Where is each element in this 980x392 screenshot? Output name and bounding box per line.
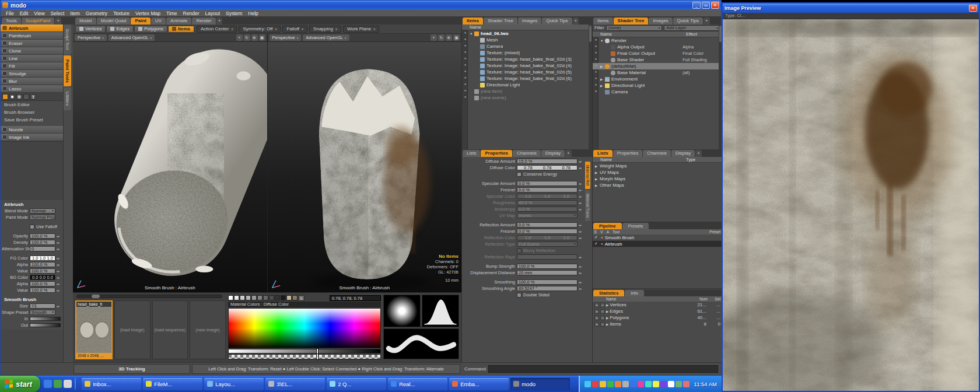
panel-tab[interactable]: Lists <box>463 150 480 157</box>
item-row[interactable]: ● (new item) <box>462 88 589 94</box>
panel-tab[interactable]: Quick Tips <box>542 18 572 24</box>
visibility-eye-icon[interactable]: ● <box>593 83 598 86</box>
checkbox[interactable] <box>517 249 522 253</box>
tool-link[interactable]: Brush Browser <box>1 108 63 116</box>
presets-tab[interactable]: Presets <box>622 223 649 229</box>
color-value-field[interactable]: 0.00.00.0 <box>30 275 55 280</box>
taskbar-window-button[interactable]: Emba... <box>449 378 509 390</box>
item-row[interactable]: ● Texture: Image: head_bake_final_02d (5… <box>462 69 589 75</box>
layout-tab[interactable]: + <box>216 18 223 24</box>
maximize-viewport-icon[interactable]: ▣ <box>259 34 265 41</box>
pipeline-row[interactable]: ✓ ● Airbrush <box>593 241 722 247</box>
panel-tab[interactable]: Channels <box>643 150 671 157</box>
toolbar-dropdown[interactable]: Snapping▾ <box>309 26 341 33</box>
dropdown[interactable]: Normal▾ <box>30 208 55 214</box>
statistics-row[interactable]: + − ▶ Vertices 21... ... <box>593 302 722 308</box>
viewport-canvas[interactable]: No Items Channels: 0Deformers: OFFGL: 42… <box>268 42 462 292</box>
expander-icon[interactable]: ▶ <box>595 164 600 168</box>
text-tool-icon[interactable]: T <box>30 94 36 100</box>
value-field[interactable]: 0.0 % <box>517 206 578 212</box>
tray-icon[interactable] <box>600 381 606 387</box>
visibility-eye-icon[interactable]: ● <box>593 57 598 61</box>
spinner-icon[interactable]: ◂▸ <box>55 240 61 244</box>
value-field[interactable]: 100.0 % <box>30 262 55 267</box>
spinner-icon[interactable]: ◂▸ <box>578 181 583 186</box>
view-type-dropdown[interactable]: Perspective▾ <box>270 34 302 41</box>
minus-button[interactable]: − <box>600 309 605 314</box>
menu-item[interactable]: Texture <box>110 10 132 16</box>
tray-icon[interactable] <box>638 381 644 387</box>
item-row[interactable]: ● Texture: Image: head_bake_final_02d (3… <box>462 56 589 62</box>
shader-layer-row[interactable]: ● Base Material (all) <box>593 69 719 76</box>
maximize-button[interactable]: ▭ <box>702 2 710 9</box>
color-swatch[interactable] <box>292 295 298 300</box>
list-item[interactable]: ▶ Weight Maps <box>593 163 722 169</box>
expander-icon[interactable]: ▶ <box>600 65 605 68</box>
spinner-icon[interactable]: ◂▸ <box>578 271 583 275</box>
tool-item[interactable]: Fill <box>1 62 63 70</box>
plus-button[interactable]: + <box>594 309 599 314</box>
dropdown[interactable]: Full Scene▾ <box>517 242 578 247</box>
visibility-eye-icon[interactable]: ● <box>463 82 468 86</box>
checkbox[interactable] <box>30 225 34 229</box>
statistics-tab[interactable]: Statistics <box>593 290 624 296</box>
value-field[interactable]: 0.0 % <box>517 222 578 228</box>
image-thumbnail[interactable]: head_bake_fi <box>75 300 113 359</box>
pan-icon[interactable]: + <box>236 34 243 41</box>
brush-tip-soft-icon[interactable] <box>16 94 22 100</box>
shader-layer-row[interactable]: ● ▼ Render <box>593 37 719 44</box>
shader-column-header[interactable]: NameEffect <box>593 32 722 37</box>
taskbar-window-button[interactable]: modo <box>510 378 570 390</box>
tool-item[interactable]: Smudge <box>1 70 63 78</box>
panel-tab[interactable]: Display <box>541 150 565 157</box>
filter-dropdown[interactable]: (none)▾ <box>606 25 663 31</box>
brush-tip-square-icon[interactable] <box>2 94 8 100</box>
start-button[interactable]: start <box>0 376 40 392</box>
vertical-tab[interactable]: Paint Tools <box>64 55 71 87</box>
taskbar-window-button[interactable]: Real... <box>388 378 447 390</box>
item-row[interactable]: ● Camera <box>462 43 589 50</box>
panel-tab[interactable]: Properties <box>613 150 642 157</box>
spinner-icon[interactable]: ◂▸ <box>578 229 583 233</box>
pan-icon[interactable]: + <box>430 34 437 41</box>
tool-link[interactable]: Save Brush Preset <box>1 116 63 124</box>
menu-item[interactable]: File <box>3 10 17 16</box>
expander-icon[interactable]: ▶ <box>595 177 600 181</box>
layout-tab[interactable]: Model <box>75 18 96 24</box>
visibility-eye-icon[interactable]: ● <box>463 89 468 92</box>
palette-tab[interactable]: Sculpt/Paint <box>22 18 55 24</box>
statistics-row[interactable]: + − ▶ Items 8 0 <box>593 321 722 327</box>
tray-icon[interactable] <box>584 381 591 387</box>
color-swatch[interactable] <box>281 295 286 300</box>
layout-tab[interactable]: Model Quad <box>97 18 131 24</box>
palette-tab[interactable]: Tools <box>2 18 21 24</box>
visibility-eye-icon[interactable]: ● <box>463 63 468 66</box>
quick-launch-icon[interactable] <box>44 380 52 388</box>
menu-item[interactable]: Layout <box>202 10 223 16</box>
close-button[interactable]: ✕ <box>711 2 719 9</box>
brush-tip-hard-icon[interactable] <box>9 94 15 100</box>
tool-link[interactable]: Brush Editor <box>1 101 63 108</box>
value-field[interactable]: 100.0 % <box>30 281 55 286</box>
viewport-right[interactable]: Perspective▾ Advanced OpenGL▾ + ↻ ⊕ ▣ <box>268 34 462 292</box>
vertical-tab[interactable]: Utilities <box>64 88 71 110</box>
renderer-dropdown[interactable]: Advanced OpenGL▾ <box>108 34 155 41</box>
item-row[interactable]: ● Mesh <box>462 37 589 43</box>
menu-item[interactable]: Render <box>180 10 202 16</box>
item-row[interactable]: ● Texture: Image: head_bake_final_02d (6… <box>462 75 589 82</box>
visibility-eye-icon[interactable]: ● <box>463 76 468 79</box>
item-row[interactable]: ● Texture: Image: head_bake_final_02d (4… <box>462 62 589 69</box>
toolbar-dropdown[interactable]: Falloff▾ <box>282 26 307 33</box>
palette-tab[interactable]: + <box>55 18 61 24</box>
menu-item[interactable]: View <box>31 10 47 16</box>
menu-item[interactable]: Item <box>67 10 83 16</box>
checkbox[interactable] <box>517 293 522 298</box>
menu-item[interactable]: Vertex Map <box>132 10 163 16</box>
tray-icon[interactable] <box>630 381 636 387</box>
preview-texture-image[interactable] <box>723 19 979 391</box>
spinner-icon[interactable]: ◂▸ <box>578 223 583 227</box>
visibility-eye-icon[interactable]: ● <box>463 50 468 54</box>
maximize-viewport-icon[interactable]: ▣ <box>453 34 460 41</box>
value-field[interactable] <box>517 254 578 260</box>
list-item[interactable]: ▶ UV Maps <box>593 169 722 176</box>
